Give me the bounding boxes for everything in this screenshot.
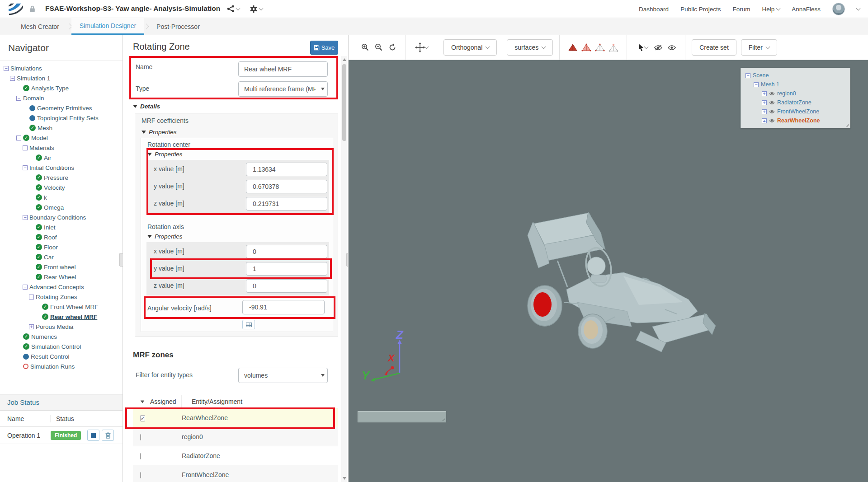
rotation-center-x-input[interactable] (246, 163, 327, 176)
tree-item-porous-media[interactable]: +Porous Media (0, 322, 123, 332)
settings-button[interactable] (250, 5, 263, 13)
3d-canvas[interactable]: −Scene−Mesh 1+region0+RadiatorZone+Front… (349, 60, 868, 482)
save-button[interactable]: Save (310, 41, 338, 55)
tree-item-floor[interactable]: ✓Floor (0, 242, 123, 252)
eye-icon[interactable] (769, 92, 775, 96)
properties-toggle[interactable]: Properties (147, 233, 183, 240)
avatar[interactable] (832, 3, 845, 15)
tree-item-domain[interactable]: −Domain (0, 93, 123, 103)
projection-select[interactable]: Orthogonal (443, 39, 497, 56)
scene-item-mesh-1[interactable]: −Mesh 1 (741, 80, 850, 89)
refresh-view-button[interactable] (386, 41, 399, 54)
table-input-button[interactable] (242, 320, 255, 329)
collapse-icon[interactable]: − (16, 96, 21, 101)
tree-item-model[interactable]: −✓Model (0, 133, 123, 143)
create-set-button[interactable]: Create set (692, 39, 736, 56)
rotation-axis-z-input[interactable] (246, 279, 327, 293)
tree-item-simulation-1[interactable]: −Simulation 1 (0, 73, 123, 83)
header-link-public-projects[interactable]: Public Projects (680, 6, 721, 13)
expand-icon[interactable]: + (29, 324, 34, 329)
tab-post-processor[interactable]: Post-Processor (148, 18, 208, 35)
tree-item-rear-wheel[interactable]: ✓Rear Wheel (0, 272, 123, 282)
tree-item-simulations[interactable]: −Simulations (0, 63, 123, 73)
header-link-annafless[interactable]: AnnaFless (792, 6, 821, 13)
select-tool-button[interactable] (633, 41, 651, 54)
fsae-car-model[interactable] (525, 209, 724, 363)
eye-icon[interactable] (769, 101, 775, 105)
assigned-checkbox[interactable] (140, 434, 141, 440)
header-link-forum[interactable]: Forum (732, 6, 750, 13)
tree-item-k[interactable]: ✓k (0, 192, 123, 202)
chevron-down-icon[interactable] (856, 6, 861, 11)
delete-job-button[interactable] (102, 430, 114, 441)
expand-icon[interactable]: + (762, 100, 767, 105)
tree-item-air[interactable]: ✓Air (0, 153, 123, 163)
tree-item-front-wheel-mrf[interactable]: ✓Front Wheel MRF (0, 302, 123, 312)
hide-selection-button[interactable] (651, 41, 665, 54)
legend-box[interactable] (358, 411, 446, 422)
tab-simulation-designer[interactable]: Simulation Designer (71, 18, 144, 35)
tree-item-velocity[interactable]: ✓Velocity (0, 183, 123, 192)
tab-mesh-creator[interactable]: Mesh Creator (13, 18, 67, 35)
rotation-center-z-input[interactable] (246, 197, 327, 211)
collapse-icon[interactable]: − (23, 145, 28, 150)
collapse-icon[interactable]: − (23, 165, 28, 170)
tree-item-advanced-concepts[interactable]: −Advanced Concepts (0, 282, 123, 292)
tree-item-topological-entity-sets[interactable]: Topological Entity Sets (0, 113, 123, 123)
expand-icon[interactable]: + (762, 118, 767, 123)
mrf-zone-row-frontwheelzone[interactable]: FrontWheelZone (133, 465, 338, 482)
panel-scrollbar[interactable] (341, 56, 347, 482)
mesh-quality-light-button[interactable] (580, 41, 593, 54)
tree-item-omega[interactable]: ✓Omega (0, 202, 123, 212)
tree-item-rear-wheel-mrf[interactable]: ✓Rear wheel MRF (0, 312, 123, 322)
assigned-checkbox[interactable]: ✓ (140, 415, 145, 421)
details-toggle[interactable]: Details (133, 103, 160, 110)
resize-grip-icon[interactable] (845, 123, 849, 127)
tree-item-initial-conditions[interactable]: −Initial Conditions (0, 163, 123, 173)
mrf-zone-row-region0[interactable]: region0 (133, 427, 338, 446)
angular-velocity-input[interactable] (242, 300, 325, 314)
assigned-column-header[interactable]: Assigned (133, 395, 182, 408)
collapse-icon[interactable]: − (745, 73, 750, 78)
tree-item-mesh[interactable]: ✓Mesh (0, 123, 123, 133)
scroll-down-icon[interactable] (343, 477, 346, 480)
collapse-icon[interactable]: − (23, 285, 28, 290)
tree-item-rotating-zones[interactable]: −Rotating Zones (0, 292, 123, 302)
tree-item-inlet[interactable]: ✓Inlet (0, 222, 123, 232)
mrf-zone-row-radiatorzone[interactable]: RadiatorZone (133, 446, 338, 465)
assigned-checkbox[interactable] (140, 453, 141, 459)
collapse-icon[interactable]: − (754, 82, 759, 87)
expand-icon[interactable]: + (762, 109, 767, 114)
share-button[interactable] (227, 5, 240, 13)
collapse-icon[interactable]: − (16, 136, 21, 140)
rotation-axis-x-input[interactable] (246, 245, 327, 258)
mrf-zone-row-rearwheelzone[interactable]: ✓RearWheelZone (133, 408, 338, 427)
collapse-icon[interactable]: − (23, 215, 28, 220)
scroll-up-icon[interactable] (343, 58, 346, 61)
header-link-dashboard[interactable]: Dashboard (639, 6, 669, 13)
tree-item-result-control[interactable]: Result Control (0, 351, 123, 361)
scene-item-region0[interactable]: +region0 (741, 89, 850, 98)
header-link-help[interactable]: Help (762, 6, 780, 13)
tree-item-geometry-primitives[interactable]: Geometry Primitives (0, 103, 123, 113)
name-input[interactable] (238, 61, 328, 77)
tree-item-numerics[interactable]: ✓Numerics (0, 332, 123, 342)
assigned-checkbox[interactable] (140, 472, 141, 478)
stop-job-button[interactable] (87, 430, 99, 441)
properties-toggle[interactable]: Properties (147, 151, 183, 158)
scene-item-scene[interactable]: −Scene (741, 71, 850, 80)
collapse-icon[interactable]: − (10, 76, 15, 81)
eye-icon[interactable] (769, 110, 775, 114)
expand-icon[interactable]: + (762, 91, 767, 96)
rotation-axis-y-input[interactable] (246, 262, 327, 276)
tree-item-simulation-runs[interactable]: Simulation Runs (0, 361, 123, 371)
tree-item-front-wheel[interactable]: ✓Front wheel (0, 262, 123, 272)
scene-item-radiatorzone[interactable]: +RadiatorZone (741, 98, 850, 107)
scrollbar-thumb[interactable] (342, 64, 346, 141)
simscale-logo-icon[interactable] (7, 2, 24, 16)
entity-type-select[interactable] (238, 368, 328, 383)
collapse-icon[interactable]: − (29, 295, 34, 299)
tree-item-materials[interactable]: −Materials (0, 143, 123, 153)
scene-item-frontwheelzone[interactable]: +FrontWheelZone (741, 107, 850, 116)
tree-item-roof[interactable]: ✓Roof (0, 232, 123, 242)
